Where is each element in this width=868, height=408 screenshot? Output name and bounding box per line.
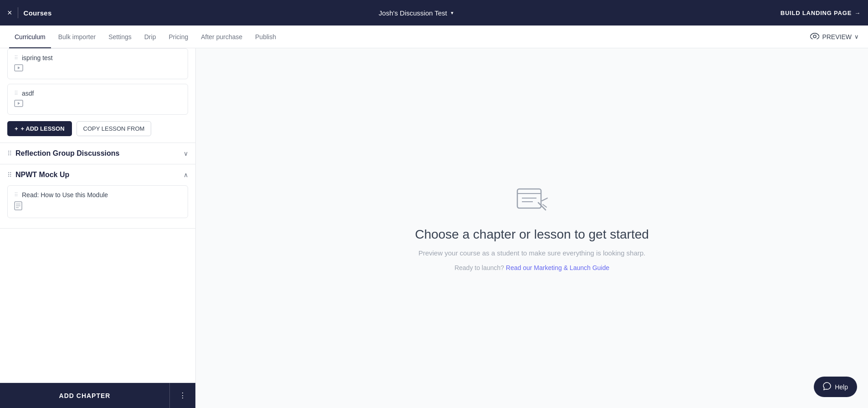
preview-button[interactable]: PREVIEW ∨: [810, 33, 859, 41]
tab-drip[interactable]: Drip: [139, 26, 162, 48]
sidebar-content: ⠿ ispring test ⠿: [0, 48, 195, 408]
list-item[interactable]: ⠿ ispring test: [7, 48, 188, 79]
chat-icon: [823, 382, 831, 392]
help-label: Help: [835, 383, 848, 391]
lesson-item-header: ⠿ Read: How to Use this Module: [14, 191, 181, 199]
sidebar-footer: ADD CHAPTER ⋮: [0, 382, 195, 408]
lessons-container-npwt: ⠿ Read: How to Use this Module: [0, 185, 195, 228]
header: × Courses Josh's Discussion Test ▾ BUILD…: [0, 0, 868, 26]
drag-handle-icon: ⠿: [7, 150, 12, 157]
chevron-up-icon: ∧: [184, 171, 188, 178]
copy-lesson-button[interactable]: COPY LESSON FROM: [77, 121, 152, 136]
tabs-left: Curriculum Bulk importer Settings Drip P…: [9, 26, 281, 48]
lesson-name: ispring test: [22, 54, 53, 61]
chapter-section-reflection: ⠿ Reflection Group Discussions ∨: [0, 143, 195, 164]
plus-icon: +: [15, 125, 18, 132]
tabs-bar: Curriculum Bulk importer Settings Drip P…: [0, 26, 868, 48]
list-item[interactable]: ⠿ Read: How to Use this Module: [7, 185, 188, 218]
svg-point-0: [813, 35, 816, 38]
preview-label: PREVIEW: [822, 33, 852, 41]
tab-publish[interactable]: Publish: [250, 26, 281, 48]
tab-bulk-importer[interactable]: Bulk importer: [53, 26, 101, 48]
chapter-header-npwt[interactable]: ⠿ NPWT Mock Up ∧: [0, 164, 195, 185]
chevron-down-icon: ∨: [184, 150, 188, 157]
add-chapter-button[interactable]: ADD CHAPTER: [0, 383, 169, 408]
drag-handle-icon: ⠿: [14, 55, 18, 61]
tab-curriculum[interactable]: Curriculum: [9, 26, 51, 48]
document-icon: [14, 201, 181, 212]
course-title[interactable]: Josh's Discussion Test: [379, 9, 447, 17]
launch-text: Ready to launch? Read our Marketing & La…: [454, 264, 609, 271]
tab-settings[interactable]: Settings: [103, 26, 137, 48]
drag-handle-icon: ⠿: [7, 171, 12, 178]
add-lesson-button[interactable]: + + ADD LESSON: [7, 121, 72, 136]
header-right: BUILD LANDING PAGE →: [781, 10, 861, 16]
launch-guide-link[interactable]: Read our Marketing & Launch Guide: [506, 264, 609, 271]
eye-icon: [810, 33, 819, 41]
lesson-actions: + + ADD LESSON COPY LESSON FROM: [7, 119, 188, 137]
empty-state-title: Choose a chapter or lesson to get starte…: [415, 227, 649, 242]
header-center: Josh's Discussion Test ▾: [379, 9, 454, 17]
build-landing-button[interactable]: BUILD LANDING PAGE →: [781, 10, 861, 16]
dots-icon: ⋮: [179, 392, 186, 399]
sidebar: ⠿ ispring test ⠿: [0, 48, 196, 408]
chapter-header-reflection[interactable]: ⠿ Reflection Group Discussions ∨: [0, 143, 195, 164]
app-title: Courses: [24, 9, 52, 17]
header-divider: [18, 7, 18, 18]
course-dropdown-arrow[interactable]: ▾: [451, 10, 454, 16]
lesson-type-icon: [14, 100, 181, 109]
empty-state: Choose a chapter or lesson to get starte…: [415, 185, 649, 271]
drag-handle-icon: ⠿: [14, 192, 18, 198]
content-area: Choose a chapter or lesson to get starte…: [196, 48, 868, 408]
tab-pricing[interactable]: Pricing: [163, 26, 194, 48]
lesson-item-header: ⠿ asdf: [14, 90, 181, 97]
lesson-item-header: ⠿ ispring test: [14, 54, 181, 61]
drag-handle-icon: ⠿: [14, 90, 18, 97]
chapter-title-npwt: NPWT Mock Up: [15, 171, 180, 179]
lesson-type-icon: [14, 64, 181, 73]
build-landing-label: BUILD LANDING PAGE: [781, 10, 852, 16]
lesson-name: Read: How to Use this Module: [22, 191, 108, 199]
chapter-section-1: ⠿ ispring test ⠿: [0, 48, 195, 143]
list-item[interactable]: ⠿ asdf: [7, 84, 188, 115]
preview-chevron: ∨: [854, 33, 859, 40]
build-landing-arrow: →: [854, 10, 861, 16]
lesson-name: asdf: [22, 90, 34, 97]
main-layout: ⠿ ispring test ⠿: [0, 48, 868, 408]
close-button[interactable]: ×: [7, 8, 12, 18]
empty-state-icon: [516, 185, 548, 216]
header-left: × Courses: [7, 7, 52, 18]
chapter-section-npwt: ⠿ NPWT Mock Up ∧ ⠿ Read: How to Use this…: [0, 164, 195, 229]
empty-state-subtitle: Preview your course as a student to make…: [419, 249, 646, 257]
lessons-container-1: ⠿ ispring test ⠿: [0, 48, 195, 143]
chapter-title-reflection: Reflection Group Discussions: [15, 149, 180, 158]
help-button[interactable]: Help: [814, 377, 857, 397]
more-options-button[interactable]: ⋮: [169, 383, 195, 408]
tab-after-purchase[interactable]: After purchase: [195, 26, 248, 48]
